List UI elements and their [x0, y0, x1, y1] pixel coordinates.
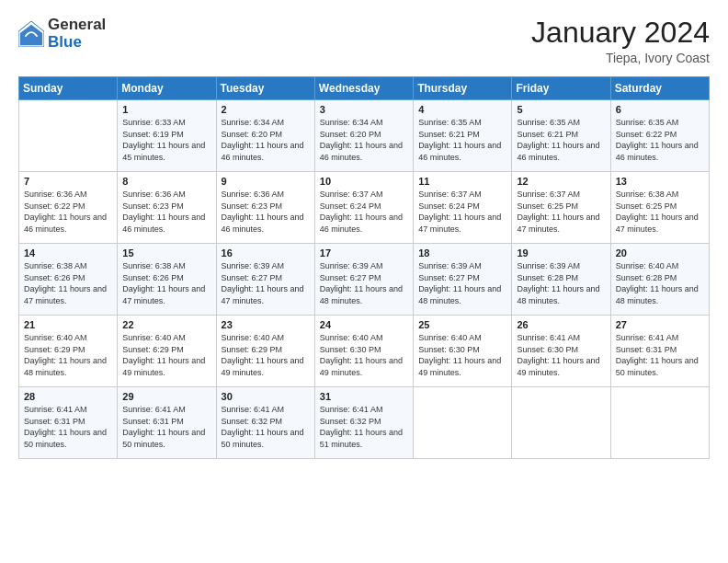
weekday-header: Friday	[512, 77, 610, 100]
header: General Blue January 2024 Tiepa, Ivory C…	[18, 17, 710, 65]
day-number: 26	[517, 319, 605, 330]
cell-info: Sunrise: 6:35 AMSunset: 6:21 PMDaylight:…	[517, 117, 605, 163]
calendar-cell	[414, 387, 512, 459]
day-number: 1	[122, 104, 210, 115]
weekday-header-row: SundayMondayTuesdayWednesdayThursdayFrid…	[19, 77, 710, 100]
location: Tiepa, Ivory Coast	[531, 51, 710, 65]
month-title: January 2024	[531, 17, 710, 49]
cell-info: Sunrise: 6:34 AMSunset: 6:20 PMDaylight:…	[222, 117, 310, 163]
cell-info: Sunrise: 6:35 AMSunset: 6:21 PMDaylight:…	[418, 117, 506, 163]
calendar-cell: 20Sunrise: 6:40 AMSunset: 6:28 PMDayligh…	[610, 244, 709, 316]
calendar: SundayMondayTuesdayWednesdayThursdayFrid…	[18, 76, 710, 459]
day-number: 19	[517, 247, 605, 259]
cell-info: Sunrise: 6:41 AMSunset: 6:31 PMDaylight:…	[122, 404, 210, 450]
calendar-cell: 15Sunrise: 6:38 AMSunset: 6:26 PMDayligh…	[118, 244, 216, 316]
cell-info: Sunrise: 6:41 AMSunset: 6:30 PMDaylight:…	[517, 332, 605, 378]
weekday-header: Tuesday	[216, 77, 314, 100]
calendar-cell: 18Sunrise: 6:39 AMSunset: 6:27 PMDayligh…	[414, 244, 512, 316]
day-number: 23	[222, 319, 310, 330]
calendar-week-row: 21Sunrise: 6:40 AMSunset: 6:29 PMDayligh…	[19, 316, 710, 387]
calendar-cell: 28Sunrise: 6:41 AMSunset: 6:31 PMDayligh…	[19, 387, 118, 459]
cell-info: Sunrise: 6:39 AMSunset: 6:28 PMDaylight:…	[517, 260, 605, 306]
calendar-cell: 11Sunrise: 6:37 AMSunset: 6:24 PMDayligh…	[414, 172, 512, 244]
calendar-cell: 19Sunrise: 6:39 AMSunset: 6:28 PMDayligh…	[512, 244, 610, 316]
day-number: 20	[616, 247, 704, 259]
cell-info: Sunrise: 6:38 AMSunset: 6:26 PMDaylight:…	[122, 260, 210, 306]
logo-general: General	[48, 17, 106, 34]
cell-info: Sunrise: 6:41 AMSunset: 6:31 PMDaylight:…	[24, 404, 112, 450]
day-number: 21	[24, 319, 112, 330]
cell-info: Sunrise: 6:40 AMSunset: 6:30 PMDaylight:…	[320, 332, 408, 378]
calendar-cell: 25Sunrise: 6:40 AMSunset: 6:30 PMDayligh…	[414, 316, 512, 387]
calendar-cell: 17Sunrise: 6:39 AMSunset: 6:27 PMDayligh…	[314, 244, 413, 316]
title-block: January 2024 Tiepa, Ivory Coast	[531, 17, 710, 65]
logo-blue: Blue	[48, 34, 106, 52]
day-number: 17	[320, 247, 408, 259]
day-number: 18	[418, 247, 506, 259]
calendar-cell: 6Sunrise: 6:35 AMSunset: 6:22 PMDaylight…	[610, 100, 709, 172]
day-number: 24	[320, 319, 408, 330]
calendar-cell: 8Sunrise: 6:36 AMSunset: 6:23 PMDaylight…	[118, 172, 216, 244]
calendar-cell: 29Sunrise: 6:41 AMSunset: 6:31 PMDayligh…	[118, 387, 216, 459]
calendar-week-row: 1Sunrise: 6:33 AMSunset: 6:19 PMDaylight…	[19, 100, 710, 172]
weekday-header: Saturday	[610, 77, 709, 100]
day-number: 27	[616, 319, 704, 330]
calendar-cell: 24Sunrise: 6:40 AMSunset: 6:30 PMDayligh…	[314, 316, 413, 387]
day-number: 4	[418, 104, 506, 115]
cell-info: Sunrise: 6:40 AMSunset: 6:28 PMDaylight:…	[616, 260, 704, 306]
day-number: 31	[320, 391, 408, 402]
calendar-cell: 16Sunrise: 6:39 AMSunset: 6:27 PMDayligh…	[216, 244, 314, 316]
cell-info: Sunrise: 6:33 AMSunset: 6:19 PMDaylight:…	[122, 117, 210, 163]
day-number: 25	[418, 319, 506, 330]
calendar-cell: 2Sunrise: 6:34 AMSunset: 6:20 PMDaylight…	[216, 100, 314, 172]
cell-info: Sunrise: 6:40 AMSunset: 6:29 PMDaylight:…	[122, 332, 210, 378]
cell-info: Sunrise: 6:40 AMSunset: 6:29 PMDaylight:…	[222, 332, 310, 378]
day-number: 3	[320, 104, 408, 115]
day-number: 5	[517, 104, 605, 115]
weekday-header: Thursday	[414, 77, 512, 100]
cell-info: Sunrise: 6:36 AMSunset: 6:23 PMDaylight:…	[122, 189, 210, 235]
calendar-cell	[19, 100, 118, 172]
cell-info: Sunrise: 6:34 AMSunset: 6:20 PMDaylight:…	[320, 117, 408, 163]
day-number: 7	[24, 176, 112, 187]
logo-icon	[18, 21, 44, 47]
day-number: 11	[418, 176, 506, 187]
calendar-cell: 12Sunrise: 6:37 AMSunset: 6:25 PMDayligh…	[512, 172, 610, 244]
day-number: 28	[24, 391, 112, 402]
calendar-cell: 23Sunrise: 6:40 AMSunset: 6:29 PMDayligh…	[216, 316, 314, 387]
day-number: 29	[122, 391, 210, 402]
calendar-week-row: 28Sunrise: 6:41 AMSunset: 6:31 PMDayligh…	[19, 387, 710, 459]
calendar-cell: 10Sunrise: 6:37 AMSunset: 6:24 PMDayligh…	[314, 172, 413, 244]
day-number: 2	[222, 104, 310, 115]
weekday-header: Sunday	[19, 77, 118, 100]
calendar-week-row: 7Sunrise: 6:36 AMSunset: 6:22 PMDaylight…	[19, 172, 710, 244]
calendar-cell: 27Sunrise: 6:41 AMSunset: 6:31 PMDayligh…	[610, 316, 709, 387]
logo-text: General Blue	[48, 17, 106, 51]
cell-info: Sunrise: 6:39 AMSunset: 6:27 PMDaylight:…	[222, 260, 310, 306]
cell-info: Sunrise: 6:38 AMSunset: 6:26 PMDaylight:…	[24, 260, 112, 306]
day-number: 13	[616, 176, 704, 187]
calendar-cell: 22Sunrise: 6:40 AMSunset: 6:29 PMDayligh…	[118, 316, 216, 387]
calendar-cell: 4Sunrise: 6:35 AMSunset: 6:21 PMDaylight…	[414, 100, 512, 172]
calendar-week-row: 14Sunrise: 6:38 AMSunset: 6:26 PMDayligh…	[19, 244, 710, 316]
day-number: 30	[222, 391, 310, 402]
calendar-cell: 1Sunrise: 6:33 AMSunset: 6:19 PMDaylight…	[118, 100, 216, 172]
cell-info: Sunrise: 6:40 AMSunset: 6:29 PMDaylight:…	[24, 332, 112, 378]
day-number: 9	[222, 176, 310, 187]
cell-info: Sunrise: 6:35 AMSunset: 6:22 PMDaylight:…	[616, 117, 704, 163]
cell-info: Sunrise: 6:40 AMSunset: 6:30 PMDaylight:…	[418, 332, 506, 378]
page: General Blue January 2024 Tiepa, Ivory C…	[0, 0, 728, 563]
calendar-cell: 5Sunrise: 6:35 AMSunset: 6:21 PMDaylight…	[512, 100, 610, 172]
day-number: 8	[122, 176, 210, 187]
cell-info: Sunrise: 6:36 AMSunset: 6:23 PMDaylight:…	[222, 189, 310, 235]
cell-info: Sunrise: 6:39 AMSunset: 6:27 PMDaylight:…	[320, 260, 408, 306]
calendar-cell	[610, 387, 709, 459]
day-number: 12	[517, 176, 605, 187]
calendar-cell	[512, 387, 610, 459]
cell-info: Sunrise: 6:37 AMSunset: 6:25 PMDaylight:…	[517, 189, 605, 235]
weekday-header: Monday	[118, 77, 216, 100]
cell-info: Sunrise: 6:36 AMSunset: 6:22 PMDaylight:…	[24, 189, 112, 235]
calendar-cell: 9Sunrise: 6:36 AMSunset: 6:23 PMDaylight…	[216, 172, 314, 244]
day-number: 16	[222, 247, 310, 259]
calendar-cell: 13Sunrise: 6:38 AMSunset: 6:25 PMDayligh…	[610, 172, 709, 244]
